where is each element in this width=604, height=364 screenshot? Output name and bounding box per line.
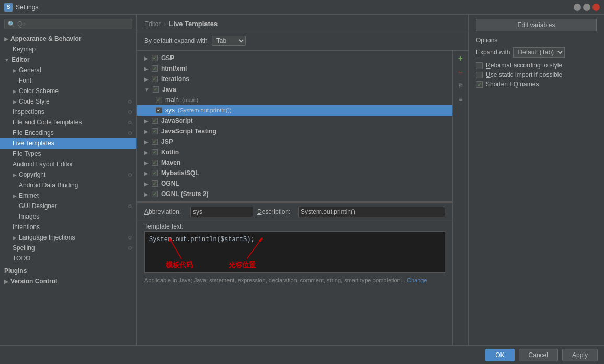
sidebar-item-font[interactable]: Font bbox=[0, 75, 136, 86]
group-checkbox-kotlin[interactable]: ✓ bbox=[152, 149, 158, 155]
sidebar-item-color-scheme[interactable]: ▶ Color Scheme bbox=[0, 86, 136, 96]
chevron-icon: ▶ bbox=[4, 36, 8, 42]
template-group-jsp[interactable]: ▶ ✓ JSP bbox=[137, 136, 452, 147]
group-checkbox-htmlxml[interactable]: ✓ bbox=[152, 65, 158, 72]
sidebar-item-live-templates[interactable]: Live Templates bbox=[0, 138, 136, 149]
item-checkbox-main[interactable]: ✓ bbox=[156, 97, 162, 103]
copy-button[interactable]: ⎘ bbox=[455, 80, 466, 92]
description-input[interactable] bbox=[298, 207, 445, 217]
search-box[interactable]: 🔍 bbox=[4, 19, 132, 29]
group-checkbox-javascript[interactable]: ✓ bbox=[152, 118, 158, 124]
template-group-java[interactable]: ▼ ✓ Java bbox=[137, 84, 452, 95]
sidebar-item-todo[interactable]: TODO bbox=[0, 253, 136, 264]
breadcrumb-editor: Editor bbox=[144, 20, 161, 28]
template-list: ▶ ✓ GSP ▶ ✓ html/xml ▶ ✓ iterations bbox=[137, 51, 452, 201]
group-label-ognl-struts2: OGNL (Struts 2) bbox=[161, 190, 208, 198]
template-group-htmlxml[interactable]: ▶ ✓ html/xml bbox=[137, 63, 452, 74]
template-group-maven[interactable]: ▶ ✓ Maven bbox=[137, 157, 452, 168]
edit-button[interactable]: ≡ bbox=[455, 94, 466, 105]
sidebar-item-gui-designer[interactable]: GUI Designer ⚙ bbox=[0, 201, 136, 211]
sidebar-item-label: General bbox=[19, 66, 41, 74]
expand-label: By default expand with bbox=[144, 37, 208, 44]
static-import-checkbox[interactable] bbox=[476, 72, 483, 78]
sidebar-item-android-data[interactable]: Android Data Binding bbox=[0, 180, 136, 190]
search-input[interactable] bbox=[17, 20, 129, 28]
item-checkbox-sys[interactable]: ✓ bbox=[156, 107, 162, 113]
expand-select[interactable]: Tab Enter Space bbox=[212, 36, 246, 46]
sidebar-section-version-control[interactable]: ▶ Version Control bbox=[0, 276, 136, 287]
shorten-fq-checkbox[interactable]: ✓ bbox=[476, 81, 483, 88]
minimize-button[interactable] bbox=[574, 4, 581, 11]
collapse-icon: ▶ bbox=[144, 66, 149, 72]
sidebar-item-android-layout[interactable]: Android Layout Editor bbox=[0, 159, 136, 169]
abbreviation-label: Abbreviation: bbox=[144, 208, 186, 215]
group-checkbox-mybatis[interactable]: ✓ bbox=[152, 170, 158, 176]
template-group-kotlin[interactable]: ▶ ✓ Kotlin bbox=[137, 147, 452, 157]
sidebar-item-images[interactable]: Images bbox=[0, 211, 136, 222]
template-group-gsp[interactable]: ▶ ✓ GSP bbox=[137, 53, 452, 63]
chevron-icon: ▶ bbox=[13, 172, 17, 178]
sidebar-item-file-code-templates[interactable]: File and Code Templates ⚙ bbox=[0, 117, 136, 128]
group-checkbox-ognl[interactable]: ✓ bbox=[152, 180, 158, 187]
expand-with-select[interactable]: Default (Tab) Tab Enter Space bbox=[513, 47, 565, 58]
template-group-ognl[interactable]: ▶ ✓ OGNL bbox=[137, 178, 452, 189]
sidebar-item-code-style[interactable]: ▶ Code Style ⚙ bbox=[0, 96, 136, 107]
window-title: Settings bbox=[16, 4, 38, 11]
sidebar-item-editor[interactable]: ▼ Editor bbox=[0, 54, 136, 65]
group-label-jsp: JSP bbox=[161, 138, 173, 145]
edit-variables-button[interactable]: Edit variables bbox=[476, 19, 597, 31]
sidebar-item-appearance[interactable]: ▶ Appearance & Behavior bbox=[0, 33, 136, 44]
applicable-change-link[interactable]: Change bbox=[407, 277, 427, 283]
template-group-mybatis[interactable]: ▶ ✓ Mybatis/SQL bbox=[137, 168, 452, 178]
abbreviation-input[interactable] bbox=[190, 207, 253, 217]
sidebar-item-keymap[interactable]: Keymap bbox=[0, 44, 136, 54]
option-row-reformat: Reformat according to style bbox=[476, 62, 597, 69]
sidebar-item-label: TODO bbox=[13, 255, 30, 262]
sidebar-item-emmet[interactable]: ▶ Emmet bbox=[0, 190, 136, 201]
sidebar-section-plugins[interactable]: Plugins bbox=[0, 266, 136, 276]
template-group-javascript-testing[interactable]: ▶ ✓ JavaScript Testing bbox=[137, 126, 452, 136]
group-checkbox-java[interactable]: ✓ bbox=[153, 86, 159, 93]
breadcrumb-live-templates: Live Templates bbox=[169, 20, 218, 28]
sidebar-item-file-types[interactable]: File Types bbox=[0, 149, 136, 159]
template-group-javascript[interactable]: ▶ ✓ JavaScript bbox=[137, 116, 452, 126]
ok-button[interactable]: OK bbox=[485, 349, 514, 361]
settings-icon: ⚙ bbox=[128, 120, 132, 126]
sidebar-item-general[interactable]: ▶ General bbox=[0, 65, 136, 75]
cancel-button[interactable]: Cancel bbox=[519, 349, 558, 361]
sidebar-item-label: Code Style bbox=[19, 98, 50, 105]
sidebar-item-label: File Types bbox=[13, 150, 41, 157]
template-item-sys[interactable]: ✓ sys (System.out.println()) bbox=[137, 105, 452, 116]
template-item-main[interactable]: ✓ main (main) bbox=[137, 95, 452, 105]
reformat-checkbox[interactable] bbox=[476, 62, 483, 69]
group-checkbox-ognl-struts2[interactable]: ✓ bbox=[152, 191, 158, 197]
add-button[interactable]: + bbox=[455, 53, 466, 64]
group-checkbox-iterations[interactable]: ✓ bbox=[152, 76, 158, 82]
sidebar-item-inspections[interactable]: Inspections ⚙ bbox=[0, 107, 136, 117]
group-checkbox-maven[interactable]: ✓ bbox=[152, 160, 158, 166]
options-panel: 快捷键 随便写 Edit variables Options Expand wi… bbox=[468, 15, 604, 345]
expand-icon: ▼ bbox=[144, 87, 150, 93]
sidebar-item-intentions[interactable]: Intentions bbox=[0, 222, 136, 232]
group-checkbox-jsp[interactable]: ✓ bbox=[152, 139, 158, 145]
template-group-iterations[interactable]: ▶ ✓ iterations bbox=[137, 74, 452, 84]
maximize-button[interactable] bbox=[583, 4, 590, 11]
sidebar-item-spelling[interactable]: Spelling ⚙ bbox=[0, 243, 136, 253]
group-checkbox-js-testing[interactable]: ✓ bbox=[152, 128, 158, 134]
sidebar-item-copyright[interactable]: ▶ Copyright ⚙ bbox=[0, 169, 136, 180]
reformat-label: Reformat according to style bbox=[486, 62, 562, 69]
template-group-ognl-struts2[interactable]: ▶ ✓ OGNL (Struts 2) bbox=[137, 189, 452, 199]
annotation-template-code: 模板代码 bbox=[166, 260, 193, 270]
close-button[interactable] bbox=[592, 4, 600, 11]
collapse-icon: ▶ bbox=[144, 129, 149, 134]
group-checkbox-gsp[interactable]: ✓ bbox=[152, 55, 158, 61]
sidebar-item-language-injections[interactable]: ▶ Language Injections ⚙ bbox=[0, 232, 136, 243]
group-label-maven: Maven bbox=[161, 159, 180, 166]
template-text-area[interactable]: System.out.println($start$); 模板代码 光标位置 bbox=[144, 231, 445, 273]
settings-icon: ⚙ bbox=[128, 245, 132, 251]
options-title: Options bbox=[476, 37, 597, 44]
expand-with-row: Expand with Default (Tab) Tab Enter Spac… bbox=[476, 47, 597, 58]
apply-button[interactable]: Apply bbox=[562, 349, 598, 361]
remove-button[interactable]: − bbox=[455, 66, 466, 78]
sidebar-item-file-encodings[interactable]: File Encodings ⚙ bbox=[0, 128, 136, 138]
